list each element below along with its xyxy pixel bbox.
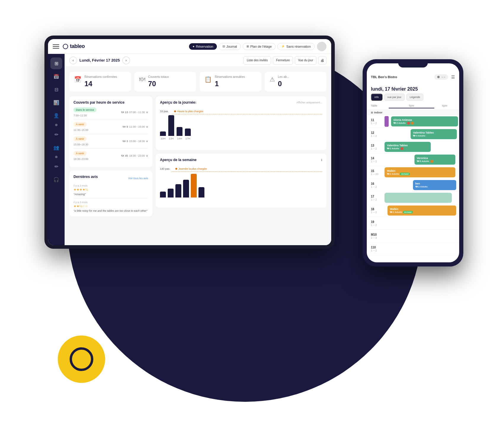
sidebar-item-user2[interactable]: 👥 <box>50 142 62 153</box>
week-peak-dot <box>175 168 177 170</box>
sidebar-item-tables[interactable]: ⊟ <box>50 84 62 95</box>
tab-reservation[interactable]: ● Réservation <box>189 43 217 50</box>
review-text-2: "a little noisy for me and the tables ar… <box>73 209 148 212</box>
bar-13h-label: 13H <box>169 137 174 140</box>
week-chart-header: Aperçu de la semaine ℹ <box>160 158 322 162</box>
sidebar-item-calendar[interactable]: 📅 <box>50 70 62 82</box>
week-peak-legend: Journée la plus chargée <box>175 167 207 170</box>
tab-sans-reservation[interactable]: ⚡ Sans réservation <box>277 43 315 50</box>
service-time-3: 15:00–18:30 <box>73 143 88 146</box>
sidebar-item-edit[interactable]: ✏ <box>50 129 62 140</box>
res-block-valentina2[interactable]: Valentina Tableo 🍽 2 Adults <box>385 142 431 152</box>
reviews-card: Dernières avis Voir tous les avis il y a… <box>69 171 152 216</box>
res-area-13: Valentina Tableo 🍽 2 Adults <box>385 141 459 153</box>
phone-device: TBL Ben's Bistro – – ☰ lundi, 17 février… <box>363 59 463 266</box>
sidebar-item-analytics[interactable]: 📊 <box>50 97 62 108</box>
edit-icon: ✏ <box>55 132 58 137</box>
week-max-label: 140 pax. <box>160 167 170 170</box>
cancelled-value: 1 <box>215 80 245 88</box>
phone-date: lundi, 17 février 2025 <box>367 84 459 94</box>
analytics-icon: 📊 <box>53 100 59 105</box>
sidebar-item-edit2[interactable]: ✏ <box>50 160 62 172</box>
table-row: 17 1 – 2 <box>367 192 459 204</box>
services-title: Couverts par heure de service <box>73 100 148 105</box>
logo-text: tableo <box>70 43 85 49</box>
prev-date-button[interactable]: ‹ <box>69 57 77 64</box>
table-row: 13 1 – 2 Valentina Tableo 🍽 2 Adults <box>367 141 459 153</box>
day-chart-header: Aperçu de la journée ℹ Afficher uniqueme… <box>160 100 322 105</box>
notif-orange-14 <box>430 160 433 163</box>
table-row: 14 1 – 2 Veronica 🍽 5 Adults <box>367 153 459 166</box>
day-max-label: 33 pax. <box>160 110 169 113</box>
stat-covers: 🍽 Couverts totaux 70 <box>134 72 196 91</box>
day-chart-info-icon: ℹ <box>195 101 196 104</box>
date-bar: ‹ Lundi, Février 17 2025 › Liste des inv… <box>65 54 331 67</box>
covers-person-icon-4: 🍽 <box>121 154 124 157</box>
bar-17h: 17H <box>185 129 191 140</box>
sidebar-item-headphones[interactable]: 🎧 <box>50 174 62 185</box>
sidebar-item-dashboard[interactable]: ⊞ <box>50 57 62 69</box>
phone-day-view-button[interactable]: vue par jour <box>384 94 405 101</box>
phone-info-button[interactable]: info <box>371 94 382 101</box>
res-block-valentina1[interactable]: Valentina Tableo 🍽 4 Adults <box>411 129 457 139</box>
closure-button[interactable]: Fermeture <box>273 56 293 65</box>
sidebar-dot-1 <box>55 124 57 126</box>
yellow-circle <box>58 335 105 383</box>
tablet-device: tableo ● Réservation ⊟ Journal ⊞ Plan de… <box>44 36 356 346</box>
week-bar-4-bar <box>183 180 189 197</box>
stat-absent: ⚠ Les ab... 0 <box>265 72 326 91</box>
peak-label: Heure la plus chargée <box>177 110 203 113</box>
guest-list-button[interactable]: Liste des invités <box>244 56 271 65</box>
covers-icon: 🍽 <box>139 76 145 83</box>
col-5pm-header: 5pm <box>389 104 434 108</box>
tab-journal-icon: ⊟ <box>222 45 225 48</box>
service-row-4: À venir 18:30–23:00 🍽 45 18:30 - 23:00 ∨ <box>73 151 148 163</box>
stat-cancelled: 📋 Réservations annulées 1 <box>200 72 261 91</box>
tab-journal[interactable]: ⊟ Journal <box>219 43 241 50</box>
week-peak-line <box>172 171 322 172</box>
res-block-ben[interactable]: ben 🍽 2 Adults <box>413 180 456 190</box>
day-view-button[interactable]: Vue du jour <box>295 56 316 65</box>
service-time-1: 7:00–11:30 <box>73 114 97 117</box>
tab-plan[interactable]: ⊞ Plan de l'étage <box>243 43 276 50</box>
phone-status-dot <box>437 76 440 78</box>
phone-reservations: 11 1 – 2 Gloria Anievas 🍽 2 Adults <box>367 115 459 262</box>
bar-13h: 13H <box>168 115 174 140</box>
phone-menu-icon[interactable]: ☰ <box>451 75 455 79</box>
section-indoor: ⊟ Indoor <box>367 110 459 115</box>
res-area-11: Gloria Anievas 🍽 2 Adults <box>385 115 459 128</box>
phone-screen: TBL Ben's Bistro – – ☰ lundi, 17 février… <box>367 63 459 262</box>
res-block-gloria[interactable]: Gloria Anievas 🍽 2 Adults <box>391 116 458 126</box>
tab-reservation-icon: ● <box>193 45 194 48</box>
sidebar-item-guests[interactable]: 👤 <box>50 110 62 121</box>
table-info-15: 15 1 – 20 <box>367 168 385 177</box>
peak-line <box>172 114 322 114</box>
bar-14h-label: 14H <box>177 137 182 140</box>
covers-person-icon-1: 🍽 <box>121 111 124 114</box>
peak-dot <box>174 110 176 112</box>
res-block-veronica[interactable]: Veronica 🍽 5 Adults <box>414 155 456 165</box>
res-area-110 <box>385 243 459 255</box>
phone-col-headers: Table 5pm 6pm <box>367 103 459 110</box>
phone-restaurant-name: TBL Ben's Bistro <box>371 75 397 79</box>
day-chart-title: Aperçu de la journée <box>160 100 195 105</box>
week-bar-3-bar <box>175 184 181 197</box>
next-date-button[interactable]: › <box>122 57 130 64</box>
view-all-reviews-link[interactable]: Voir tous les avis <box>128 177 148 180</box>
table-row: 19 1 – 2 <box>367 217 459 230</box>
res-area-16: ben 🍽 2 Adults <box>385 179 459 191</box>
tablet-frame: tableo ● Réservation ⊟ Journal ⊞ Plan de… <box>44 36 335 249</box>
current-date: Lundi, Février 17 2025 <box>79 58 120 62</box>
table-info-18: 18 1 – 2 <box>367 206 385 215</box>
notif-red-11 <box>407 122 410 125</box>
res-block-walkin1[interactable]: Walkin 🍽 2 Adults Arrived <box>385 167 455 177</box>
print-button[interactable]: 🖨 <box>318 56 326 65</box>
res-block-walkin2[interactable]: Walkin 🍽 2 Adults Arrived <box>387 205 456 216</box>
review-item-2: il y a 3 mois ★★½☆☆ "a little noisy for … <box>73 201 148 212</box>
bottom-section: Couverts par heure de service Dans le se… <box>69 96 326 216</box>
covers-person-icon-3: 🍽 <box>123 140 125 143</box>
hamburger-icon[interactable] <box>53 44 59 49</box>
phone-legend-button[interactable]: Légende <box>406 94 423 101</box>
week-chart-card: Aperçu de la semaine ℹ 140 pax. Jou <box>156 154 326 208</box>
peak-legend: Heure la plus chargée <box>174 110 203 113</box>
